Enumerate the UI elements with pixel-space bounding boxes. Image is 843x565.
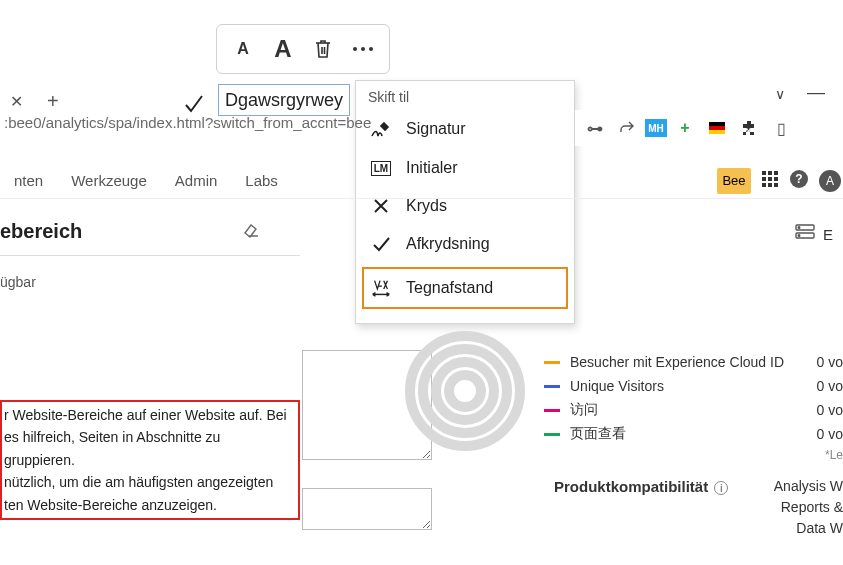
- nav-item-1[interactable]: Werkzeuge: [57, 166, 161, 195]
- help-icon[interactable]: ?: [789, 169, 809, 192]
- menu-item-label: Afkrydsning: [406, 235, 490, 253]
- description-line: nützlich, um die am häufigsten angezeigt…: [4, 471, 292, 493]
- extension-plus-icon[interactable]: +: [671, 114, 699, 142]
- svg-rect-4: [768, 171, 772, 175]
- signature-text-input[interactable]: [218, 84, 350, 116]
- description-line: es hilfreich, Seiten in Abschnitte zu gr…: [4, 426, 292, 471]
- window-controls: ∨ —: [775, 86, 843, 107]
- new-tab-button[interactable]: +: [41, 90, 65, 113]
- menu-item-spacing[interactable]: Tegnafstand: [362, 267, 568, 309]
- svg-point-21: [449, 375, 481, 407]
- ellipsis-icon: [352, 46, 374, 52]
- svg-rect-6: [762, 177, 766, 181]
- divider: [0, 255, 300, 256]
- description-line: ten Website-Bereiche anzuzeigen.: [4, 494, 292, 516]
- check-icon: [370, 235, 392, 253]
- minimize-button[interactable]: —: [807, 82, 825, 103]
- trash-icon: [313, 38, 333, 60]
- metric-row: 访问 0 vo: [544, 398, 843, 422]
- svg-rect-7: [768, 177, 772, 181]
- svg-rect-9: [762, 183, 766, 187]
- menu-item-label: Kryds: [406, 197, 447, 215]
- product-compat-list: Analysis W Reports & Data W: [774, 476, 843, 539]
- product-compat-title: Produktkompatibilität i: [554, 478, 728, 495]
- metric-row: Besucher mit Experience Cloud ID 0 vo: [544, 350, 843, 374]
- left-panel: ebereich ügbar r Website-Bereiche auf ei…: [0, 220, 300, 520]
- svg-rect-3: [762, 171, 766, 175]
- svg-point-17: [798, 235, 800, 237]
- legend-swatch: [544, 409, 560, 412]
- browser-actions: ⊶ MH + ▯: [575, 110, 843, 146]
- bookmark-edge-icon[interactable]: ▯: [767, 114, 795, 142]
- extensions-icon[interactable]: [735, 114, 763, 142]
- character-spacing-icon: [370, 277, 392, 299]
- metric-label: Unique Visitors: [570, 378, 811, 394]
- menu-item-check[interactable]: Afkrydsning: [356, 225, 574, 263]
- delete-button[interactable]: [303, 29, 343, 69]
- key-icon[interactable]: ⊶: [581, 114, 609, 142]
- svg-point-0: [353, 47, 357, 51]
- font-small-button[interactable]: A: [223, 29, 263, 69]
- server-icon[interactable]: E: [795, 224, 833, 244]
- nav-item-0[interactable]: nten: [0, 166, 57, 195]
- donut-chart: [400, 326, 530, 456]
- svg-rect-11: [774, 183, 778, 187]
- share-icon[interactable]: [613, 114, 641, 142]
- info-icon[interactable]: i: [714, 481, 728, 495]
- legend-swatch: [544, 361, 560, 364]
- nav-item-3[interactable]: Labs: [231, 166, 292, 195]
- app-nav: nten Werkzeuge Admin Labs Bee ? A: [0, 163, 843, 199]
- metric-value: 0 vo: [811, 354, 843, 370]
- eraser-icon[interactable]: [242, 220, 300, 243]
- metric-label: Besucher mit Experience Cloud ID: [570, 354, 811, 370]
- legend-swatch: [544, 433, 560, 436]
- metric-value: 0 vo: [811, 402, 843, 418]
- svg-text:?: ?: [795, 172, 802, 186]
- menu-title: Skift til: [356, 81, 574, 109]
- svg-rect-8: [774, 177, 778, 181]
- svg-point-1: [361, 47, 365, 51]
- svg-rect-10: [768, 183, 772, 187]
- metric-label: 访问: [570, 401, 811, 419]
- list-item: Data W: [774, 518, 843, 539]
- svg-point-2: [369, 47, 373, 51]
- checkmark-icon: [182, 92, 206, 116]
- menu-item-label: Tegnafstand: [406, 279, 493, 297]
- extension-badge-mh[interactable]: MH: [645, 119, 667, 137]
- font-large-button[interactable]: A: [263, 29, 303, 69]
- description-box: r Website-Bereiche auf einer Website auf…: [0, 400, 300, 520]
- chevron-down-icon[interactable]: ∨: [775, 86, 785, 107]
- metric-value: 0 vo: [811, 426, 843, 442]
- list-item: Analysis W: [774, 476, 843, 497]
- account-badge[interactable]: Bee: [717, 168, 751, 194]
- close-tab-button[interactable]: ✕: [4, 88, 29, 115]
- textarea-2[interactable]: [302, 488, 432, 530]
- extension-flag-icon[interactable]: [703, 114, 731, 142]
- cross-icon: [370, 197, 392, 215]
- status-text: ügbar: [0, 274, 300, 290]
- svg-rect-5: [774, 171, 778, 175]
- section-title: ebereich: [0, 220, 82, 243]
- svg-point-16: [798, 227, 800, 229]
- formatting-toolbar: A A: [216, 24, 390, 74]
- metric-row: Unique Visitors 0 vo: [544, 374, 843, 398]
- avatar-icon[interactable]: A: [819, 170, 841, 192]
- metrics-legend: Besucher mit Experience Cloud ID 0 vo Un…: [544, 350, 843, 462]
- nav-item-2[interactable]: Admin: [161, 166, 232, 195]
- more-button[interactable]: [343, 29, 383, 69]
- apps-grid-icon[interactable]: [761, 170, 779, 191]
- description-line: r Website-Bereiche auf einer Website auf…: [4, 404, 292, 426]
- legend-swatch: [544, 385, 560, 388]
- metric-label: 页面查看: [570, 425, 811, 443]
- legend-note: *Le: [544, 448, 843, 462]
- address-bar[interactable]: :bee0/analytics/spa/index.html?switch_fr…: [0, 114, 575, 144]
- metric-value: 0 vo: [811, 378, 843, 394]
- list-item: Reports &: [774, 497, 843, 518]
- metric-row: 页面查看 0 vo: [544, 422, 843, 446]
